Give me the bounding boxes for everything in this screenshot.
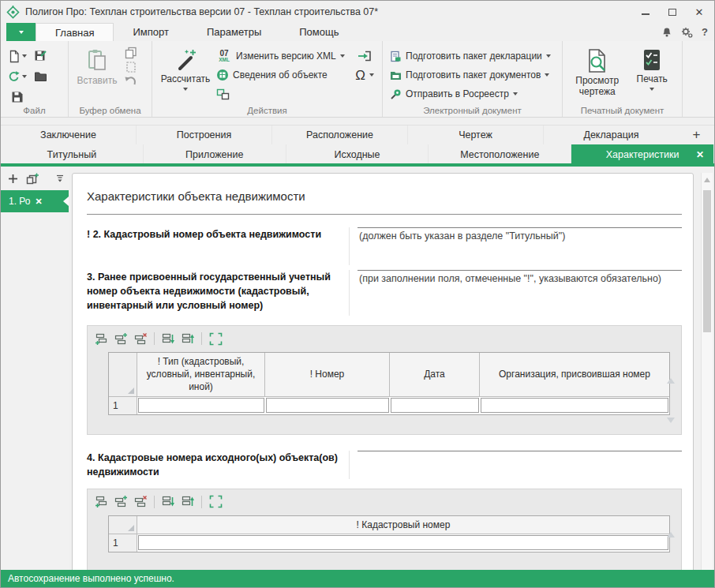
- print-label: Печать: [637, 74, 668, 85]
- tab-mestopolozhenie[interactable]: Местоположение: [429, 144, 571, 164]
- paste-button[interactable]: Вставить: [73, 45, 121, 88]
- table1-corner-cell[interactable]: [109, 353, 137, 397]
- tab-harakteristiki[interactable]: Характеристики ✕: [571, 144, 714, 164]
- titlebar: Полигон Про: Техплан строительства верси…: [1, 1, 714, 23]
- field-previous-number-input[interactable]: (при заполнении поля, отмеченные "!", ук…: [358, 270, 682, 316]
- table2-row-1-number[interactable]: 1: [109, 534, 137, 552]
- ribbon-tab-help[interactable]: Помощь: [280, 23, 358, 41]
- add-row-button[interactable]: [92, 494, 110, 510]
- maximize-button[interactable]: [659, 1, 686, 23]
- tab-titulnyj[interactable]: Титульный: [1, 144, 144, 164]
- bell-icon[interactable]: [661, 27, 672, 38]
- print-button[interactable]: Печать: [627, 45, 677, 98]
- duplicate-object-button[interactable]: [26, 173, 39, 185]
- title-divider: [87, 214, 682, 215]
- settings-gears-icon[interactable]: [681, 27, 693, 38]
- tab-postroeniya[interactable]: Построения: [137, 125, 272, 144]
- drawing-preview-button[interactable]: Просмотр чертежа: [567, 45, 627, 98]
- tab-deklaraciya[interactable]: Декларация: [544, 125, 679, 144]
- ribbon-tab-main[interactable]: Главная: [36, 23, 114, 41]
- tab-prilozhenie[interactable]: Приложение: [144, 144, 286, 164]
- table1-scroll-down-icon[interactable]: [667, 418, 675, 423]
- tab-close-icon[interactable]: ✕: [696, 149, 704, 160]
- add-row-button[interactable]: [92, 331, 110, 346]
- table2-scroll-up-icon[interactable]: [667, 532, 675, 537]
- tab-chertezh[interactable]: Чертеж: [408, 125, 544, 144]
- prepare-documents-package-button[interactable]: Подготовить пакет документов: [387, 66, 557, 84]
- import-icon: [358, 50, 372, 62]
- delete-row-button[interactable]: [132, 331, 149, 346]
- help-icon[interactable]: ?: [702, 26, 708, 38]
- field-cadastral-number-input[interactable]: (должен быть указан в разделе "Титульный…: [358, 227, 682, 265]
- change-xml-version-label: Изменить версию XML: [236, 51, 336, 62]
- drawing-preview-icon: [586, 48, 609, 73]
- move-row-up-button[interactable]: [179, 331, 197, 346]
- change-xml-version-button[interactable]: 07 XML Изменить версию XML: [214, 47, 353, 66]
- close-button[interactable]: ✕: [686, 1, 713, 23]
- send-to-rosreestr-button[interactable]: Отправить в Росреестр: [387, 84, 557, 103]
- paste-special-button[interactable]: [124, 61, 138, 73]
- section-tabs: Заключение Построения Расположение Черте…: [1, 125, 714, 163]
- scroll-up-arrow-icon[interactable]: [704, 178, 710, 182]
- scrollbar-thumb[interactable]: [703, 190, 711, 332]
- vertical-scrollbar[interactable]: [701, 173, 713, 570]
- app-logo-icon: [6, 6, 20, 19]
- table2-row1-cadastral-input[interactable]: [138, 535, 668, 550]
- minimize-button[interactable]: [632, 1, 659, 23]
- insert-row-button[interactable]: [112, 494, 129, 510]
- ribbon-group-file: Файл: [1, 41, 69, 117]
- swap-objects-button[interactable]: [214, 84, 353, 103]
- main-area: 1. Ро ✕ Характеристики объекта недвижимо…: [1, 167, 714, 570]
- add-section-button[interactable]: +: [679, 125, 714, 144]
- table1-row1-organization-input[interactable]: [481, 398, 668, 413]
- chevron-down-icon: [545, 73, 549, 77]
- move-row-up-button[interactable]: [179, 494, 197, 510]
- table1-row1-type-input[interactable]: [138, 398, 264, 413]
- open-recent-button[interactable]: [6, 67, 29, 86]
- insert-row-button[interactable]: [112, 331, 129, 346]
- object-tab-close-icon[interactable]: ✕: [36, 197, 43, 207]
- tab-zaklyuchenie[interactable]: Заключение: [1, 125, 137, 144]
- move-row-down-button[interactable]: [159, 494, 177, 510]
- tab-harakteristiki-label: Характеристики: [606, 149, 679, 160]
- object-info-button[interactable]: Сведения об объекте: [214, 66, 353, 84]
- table1-header-date[interactable]: Дата: [390, 353, 480, 397]
- table1-header-number[interactable]: ! Номер: [265, 353, 390, 397]
- table1-row1-date-input[interactable]: [391, 398, 479, 413]
- prepare-declaration-package-button[interactable]: Подготовить пакет декларации: [387, 47, 557, 66]
- table1-header-organization[interactable]: Организация, присвоившая номер: [480, 353, 669, 397]
- save-button[interactable]: [6, 88, 29, 107]
- field-source-cadastral-numbers-input[interactable]: [358, 451, 682, 474]
- import-to-document-button[interactable]: [355, 47, 374, 66]
- ribbon-tab-import[interactable]: Импорт: [114, 23, 187, 41]
- sidebar-menu-icon[interactable]: [56, 174, 64, 182]
- open-folder-button[interactable]: [31, 67, 50, 86]
- table2-corner-cell[interactable]: [109, 516, 137, 534]
- chevron-down-icon: [340, 54, 345, 58]
- tab-iskhodnye[interactable]: Исходные: [286, 144, 429, 164]
- print-icon: [642, 48, 662, 72]
- expand-table-button[interactable]: [207, 494, 224, 510]
- ribbon-tab-params[interactable]: Параметры: [188, 23, 280, 41]
- swap-objects-icon: [216, 88, 230, 100]
- app-menu-button[interactable]: [6, 23, 36, 41]
- add-object-button[interactable]: [8, 174, 18, 184]
- table1-scroll-up-icon[interactable]: [667, 378, 675, 384]
- save-as-button[interactable]: [31, 47, 50, 66]
- special-symbol-button[interactable]: Ω: [353, 66, 376, 84]
- tab-raspolozhenie[interactable]: Расположение: [272, 125, 408, 144]
- copy-button[interactable]: [124, 47, 138, 59]
- table1-row1-number-input[interactable]: [266, 398, 389, 413]
- delete-row-button[interactable]: [132, 494, 149, 510]
- expand-table-button[interactable]: [207, 331, 224, 346]
- table2-header-cadastral[interactable]: ! Кадастровый номер: [137, 516, 669, 534]
- field-previous-number-label: 3. Ранее присвоенный государственный уче…: [87, 270, 349, 316]
- maximize-icon: [668, 9, 676, 16]
- undo-button[interactable]: [124, 75, 138, 88]
- new-document-button[interactable]: [6, 47, 29, 66]
- calculate-button[interactable]: Рассчитать: [157, 45, 214, 103]
- table1-row-1-number[interactable]: 1: [109, 397, 137, 414]
- move-row-down-button[interactable]: [159, 331, 177, 346]
- object-tab-1[interactable]: 1. Ро ✕: [1, 190, 69, 212]
- table1-header-type[interactable]: ! Тип (кадастровый, условный, инвентарны…: [137, 353, 265, 397]
